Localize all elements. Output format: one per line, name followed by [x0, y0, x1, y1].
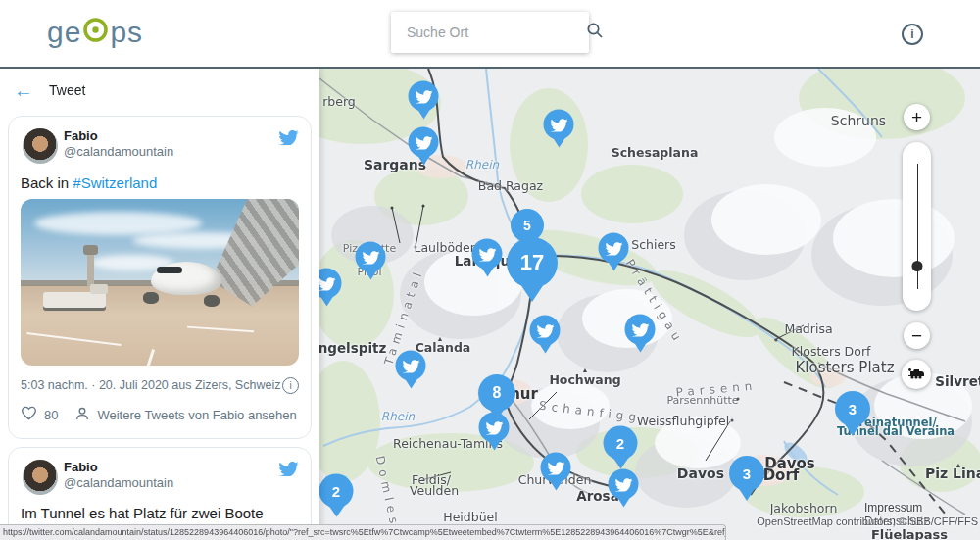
train-layer-button[interactable] [902, 360, 931, 389]
tweet-marker-pin[interactable] [409, 127, 439, 158]
pin-tip [736, 484, 758, 501]
tweet-timestamp: 5:03 nachm. · 20. Juli 2020 aus Zizers, … [21, 378, 280, 392]
avatar[interactable] [23, 128, 58, 164]
tweet-text: Back in #Switzerland [21, 174, 299, 191]
tweet-marker-pin[interactable] [472, 239, 503, 270]
map-label-parsennh-tte: Parsennhütte [666, 394, 738, 407]
map-label-rhein: Rhein [466, 158, 499, 172]
pin-tip [485, 437, 503, 451]
tweet-marker-pin[interactable] [409, 81, 439, 112]
tweet-text: Im Tunnel es hat Platz für zwei Boote [21, 505, 299, 521]
twitter-bird-icon [485, 420, 503, 435]
pin-tip [516, 278, 548, 302]
pin-tip [362, 267, 379, 280]
map-label-veulden: Veulden [410, 483, 459, 498]
map-label-weissfluhgipfel: Weissfluhgipfel [637, 414, 729, 428]
airplane-engine [204, 295, 220, 307]
search-input[interactable] [405, 24, 586, 41]
twitter-bird-icon[interactable] [278, 460, 299, 480]
map-label-rberg: rberg [322, 94, 356, 109]
tweet-info-icon[interactable]: i [282, 377, 299, 394]
pin-tip [842, 419, 863, 436]
tweet-marker-pin[interactable] [396, 351, 426, 381]
cluster-count: 3 [849, 401, 857, 417]
cluster-count: 2 [616, 435, 624, 452]
tweet-marker-pin[interactable] [356, 242, 386, 272]
cluster-pin-2[interactable]: 2 [604, 426, 638, 461]
avatar[interactable] [23, 460, 58, 495]
peak-marker: ▲ [956, 462, 962, 468]
tweet-handle[interactable]: @calandamountain [64, 475, 299, 491]
pin-tip [415, 152, 432, 166]
tweet-marker-pin[interactable] [541, 453, 571, 483]
pin-tip [486, 404, 508, 420]
pin-tip [325, 502, 347, 517]
tweet-marker-pin[interactable] [544, 110, 574, 140]
cluster-count: 8 [493, 384, 502, 402]
cluster-pin-3[interactable]: 3 [729, 456, 764, 491]
hashtag-link[interactable]: #Switzerland [73, 174, 157, 191]
person-icon[interactable] [74, 406, 90, 424]
map-label-heidb-el: Heidbüel [443, 510, 498, 524]
map-label-fl-elapass: Flüelapass [871, 527, 948, 540]
zoom-slider[interactable] [903, 142, 931, 311]
cluster-pin-8[interactable]: 8 [478, 374, 515, 412]
twitter-bird-icon [550, 118, 567, 132]
cluster-count: 2 [332, 483, 340, 500]
poi-dot [775, 339, 778, 342]
map-label-piz-linard: Piz Linard [925, 466, 980, 481]
map-label-hochwang: Hochwang [549, 372, 620, 387]
zoom-slider-handle[interactable] [911, 261, 922, 271]
tweet-card[interactable]: Fabio @calandamountain Back in #Switzerl… [8, 116, 312, 439]
pin-tip [550, 134, 567, 148]
panel-title: Tweet [49, 82, 85, 98]
zoom-out-button[interactable]: − [904, 322, 930, 349]
zoom-in-button[interactable]: + [904, 104, 930, 130]
twitter-bird-icon [478, 247, 496, 262]
map-label-schruns: Schruns [831, 113, 886, 128]
tweet-marker-pin[interactable] [530, 316, 561, 346]
pin-tip [478, 264, 496, 277]
pushback-tug [43, 292, 106, 308]
info-icon[interactable]: i [902, 24, 923, 45]
search-icon[interactable] [586, 22, 604, 43]
poi-dot [731, 419, 734, 422]
cloud [34, 212, 201, 235]
tweet-author[interactable]: Fabio [64, 460, 299, 475]
heart-icon[interactable] [21, 406, 37, 423]
search-box[interactable] [391, 12, 589, 53]
tweet-marker-pin[interactable] [599, 233, 629, 264]
tweet-marker-pin[interactable] [625, 315, 656, 345]
apron-marking [146, 349, 155, 366]
pin-tip [318, 293, 335, 307]
more-tweets-link[interactable]: Weitere Tweets von Fabio ansehen [97, 408, 296, 422]
map-label-bad-ragaz: Bad Ragaz [478, 178, 543, 193]
panel-header: ← Tweet [0, 69, 319, 112]
tweet-marker-pin[interactable] [609, 469, 639, 500]
tweet-photo[interactable] [21, 199, 299, 366]
twitter-bird-icon [536, 323, 554, 338]
twitter-bird-icon [362, 250, 379, 265]
back-arrow-icon[interactable]: ← [14, 80, 33, 100]
impressum-link[interactable]: Impressum [864, 501, 922, 515]
cluster-pin-17[interactable]: 17 [507, 237, 558, 288]
tweet-handle[interactable]: @calandamountain [64, 144, 299, 160]
airplane-engine [143, 292, 159, 304]
twitter-bird-icon[interactable] [278, 128, 299, 149]
logo-o-icon [82, 17, 109, 48]
pin-tip [610, 454, 631, 469]
twitter-bird-icon [614, 477, 632, 492]
map-label-madrisa: Madrisa [784, 321, 832, 336]
map-label-rhein: Rhein [381, 410, 415, 423]
cluster-pin-2[interactable]: 2 [319, 474, 354, 509]
twitter-bird-icon [415, 135, 432, 150]
map-label-klosters-dorf: Klosters Dorf [792, 344, 871, 359]
tweet-author[interactable]: Fabio [64, 128, 299, 144]
map-label-silvretta: Silvretta [935, 373, 980, 389]
poi-dot [737, 398, 740, 401]
twitter-bird-icon [318, 276, 335, 291]
cluster-pin-3[interactable]: 3 [835, 391, 870, 426]
map-label-schesaplana: Schesaplana [612, 145, 699, 160]
twitter-bird-icon [402, 359, 419, 373]
twitter-bird-icon [415, 89, 432, 104]
